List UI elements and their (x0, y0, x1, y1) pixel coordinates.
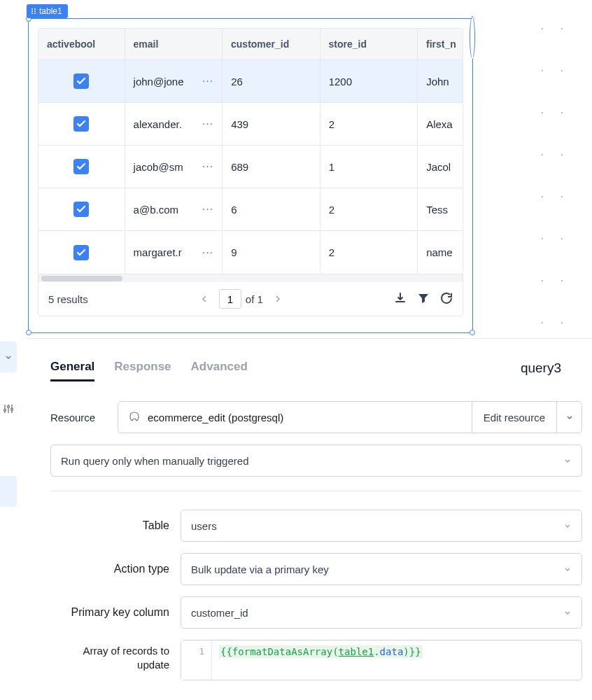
sliders-icon[interactable] (0, 393, 17, 424)
tab-advanced[interactable]: Advanced (191, 354, 248, 382)
col-activebool[interactable]: activebool (38, 29, 125, 59)
table-row[interactable]: jacob@sm···6891Jacol (38, 146, 463, 188)
more-icon[interactable]: ··· (202, 160, 213, 173)
resource-label: Resource (50, 412, 118, 424)
checkbox-icon[interactable] (73, 159, 89, 174)
tab-general[interactable]: General (50, 354, 94, 382)
action-type-select[interactable]: Bulk update via a primary key (181, 553, 582, 585)
action-type-label: Action type (50, 563, 181, 575)
cell-email[interactable]: john@jone··· (125, 60, 223, 102)
records-label: Array of records to update (50, 640, 181, 671)
svg-point-4 (31, 13, 33, 14)
table-select[interactable]: users (181, 510, 582, 542)
col-email[interactable]: email (125, 29, 223, 59)
svg-point-0 (31, 8, 33, 10)
checkbox-icon[interactable] (73, 74, 89, 89)
chevron-down-icon (563, 564, 572, 575)
col-first-name[interactable]: first_n (418, 29, 463, 59)
chevron-down-icon (563, 520, 572, 532)
resource-text: ecommerce_edit (postgresql) (148, 412, 283, 424)
resize-handle-tr[interactable] (470, 16, 475, 59)
resource-value[interactable]: ecommerce_edit (postgresql) (118, 410, 472, 425)
table-row[interactable]: alexander.···4392Alexa (38, 103, 463, 146)
chevron-down-icon (563, 607, 572, 619)
trigger-mode-select[interactable]: Run query only when manually triggered (50, 444, 582, 477)
postgres-icon (128, 410, 141, 425)
table-label: Table (50, 519, 181, 532)
svg-point-3 (34, 10, 36, 12)
pk-label: Primary key column (50, 606, 181, 619)
cell-activebool[interactable] (38, 60, 125, 102)
component-badge[interactable]: table1 (27, 4, 68, 18)
code-gutter: 1 (181, 640, 212, 680)
cell-store-id[interactable]: 2 (320, 188, 418, 230)
rail-caret-chip[interactable] (0, 342, 17, 372)
pk-select[interactable]: customer_id (181, 596, 582, 629)
cell-first-name[interactable]: John (418, 60, 463, 102)
panel-divider[interactable] (27, 338, 592, 339)
cell-store-id[interactable]: 1200 (320, 60, 418, 102)
table-row[interactable]: john@jone···261200John (38, 60, 463, 103)
filter-icon[interactable] (418, 293, 429, 306)
cell-store-id[interactable]: 2 (320, 231, 418, 274)
checkbox-icon[interactable] (73, 202, 89, 217)
cell-activebool[interactable] (38, 231, 125, 274)
scrollbar-thumb[interactable] (41, 276, 122, 281)
svg-point-6 (4, 410, 6, 412)
more-icon[interactable]: ··· (202, 246, 213, 259)
cell-activebool[interactable] (38, 103, 125, 145)
prev-page-button[interactable] (195, 289, 215, 309)
horizontal-scrollbar[interactable] (38, 274, 463, 282)
cell-customer-id[interactable]: 6 (223, 188, 320, 230)
query-name[interactable]: query3 (521, 360, 561, 376)
cell-customer-id[interactable]: 9 (223, 231, 320, 274)
cell-store-id[interactable]: 2 (320, 103, 418, 145)
canvas: table1 activebool email customer_id stor… (0, 0, 592, 339)
cell-customer-id[interactable]: 26 (223, 60, 320, 102)
resize-handle-bl[interactable] (26, 330, 31, 335)
download-icon[interactable] (394, 292, 407, 307)
more-icon[interactable]: ··· (202, 118, 213, 130)
cell-activebool[interactable] (38, 146, 125, 188)
code-area[interactable]: {{formatDataAsArray(table1.data)}} (212, 640, 582, 680)
table-row[interactable]: margaret.r···92name (38, 231, 463, 274)
page-input[interactable] (219, 289, 241, 309)
cell-first-name[interactable]: name (418, 231, 463, 274)
cell-email[interactable]: margaret.r··· (125, 231, 223, 274)
cell-customer-id[interactable]: 689 (223, 146, 320, 188)
more-icon[interactable]: ··· (202, 203, 213, 216)
chevron-down-icon (563, 455, 572, 467)
cell-first-name[interactable]: Alexa (418, 103, 463, 145)
cell-first-name[interactable]: Jacol (418, 146, 463, 188)
pager: of 1 (88, 289, 394, 309)
table-row[interactable]: a@b.com···62Tess (38, 188, 463, 231)
checkbox-icon[interactable] (73, 116, 89, 132)
data-table: activebool email customer_id store_id fi… (38, 28, 463, 316)
more-icon[interactable]: ··· (202, 75, 213, 88)
cell-customer-id[interactable]: 439 (223, 103, 320, 145)
left-rail (0, 342, 21, 424)
edit-resource-button[interactable]: Edit resource (472, 402, 556, 433)
cell-first-name[interactable]: Tess (418, 188, 463, 230)
cell-store-id[interactable]: 1 (320, 146, 418, 188)
col-store-id[interactable]: store_id (320, 29, 418, 59)
pk-value: customer_id (191, 607, 248, 619)
cell-email[interactable]: alexander.··· (125, 103, 223, 145)
next-page-button[interactable] (267, 289, 287, 309)
cell-activebool[interactable] (38, 188, 125, 230)
code-input[interactable]: 1 {{formatDataAsArray(table1.data)}} (181, 640, 582, 680)
tab-response[interactable]: Response (114, 354, 171, 382)
trigger-mode-text: Run query only when manually triggered (61, 455, 248, 467)
resource-caret[interactable] (556, 402, 582, 433)
cell-email[interactable]: jacob@sm··· (125, 146, 223, 188)
cell-email[interactable]: a@b.com··· (125, 188, 223, 230)
grid-dots (536, 0, 578, 336)
refresh-icon[interactable] (440, 292, 453, 307)
checkbox-icon[interactable] (73, 245, 89, 260)
query-tabs: General Response Advanced query3 (50, 343, 582, 382)
svg-point-1 (34, 8, 36, 10)
action-type-value: Bulk update via a primary key (191, 564, 329, 575)
col-customer-id[interactable]: customer_id (223, 29, 320, 59)
resize-handle-br[interactable] (470, 330, 475, 335)
rail-chip-2[interactable] (0, 476, 17, 507)
